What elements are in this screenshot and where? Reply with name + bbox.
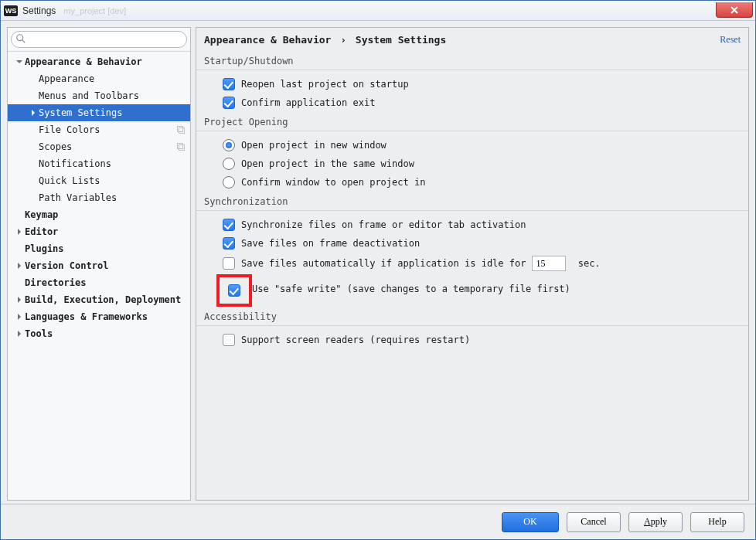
cancel-button[interactable]: Cancel [567, 512, 621, 532]
checkbox-icon[interactable] [223, 334, 235, 346]
checkbox-icon[interactable] [228, 284, 240, 297]
settings-search [11, 31, 187, 48]
confirm-window-row[interactable]: Confirm window to open project in [196, 173, 748, 192]
section-title-opening: Project Opening [196, 112, 748, 129]
tree-node-label: Version Control [25, 260, 108, 271]
tree-node-label: Build, Execution, Deployment [25, 294, 181, 305]
screen-readers-row[interactable]: Support screen readers (requires restart… [196, 331, 748, 349]
chevron-right-icon [29, 194, 37, 202]
chevron-right-icon [29, 126, 37, 134]
help-button[interactable]: Help [690, 512, 744, 532]
autosave-idle-row[interactable]: Save files automatically if application … [196, 253, 748, 274]
tree-node-label: Plugins [25, 243, 64, 254]
ok-button[interactable]: OK [502, 512, 559, 532]
divider [196, 325, 748, 326]
chevron-right-icon [15, 245, 23, 253]
tree-node[interactable]: System Settings [8, 104, 190, 121]
tree-node[interactable]: Scopes [8, 138, 190, 155]
radio-label: Open project in new window [241, 140, 387, 151]
tree-node[interactable]: Plugins [8, 240, 190, 257]
tree-node-label: Languages & Frameworks [25, 311, 148, 322]
section-title-startup: Startup/Shutdown [196, 51, 748, 68]
tree-node-label: Appearance & Behavior [25, 56, 142, 67]
checkbox-label: Confirm application exit [241, 97, 375, 108]
chevron-right-icon [29, 177, 37, 185]
breadcrumb-part: System Settings [356, 34, 446, 46]
confirm-exit-row[interactable]: Confirm application exit [196, 93, 748, 112]
checkbox-label: Support screen readers (requires restart… [241, 335, 470, 345]
chevron-right-icon [15, 330, 23, 338]
divider [196, 210, 748, 211]
chevron-right-icon [29, 160, 37, 168]
tree-node[interactable]: Version Control [8, 257, 190, 274]
tree-node-label: Editor [25, 226, 58, 237]
dialog-footer: OK Cancel Apply Help [1, 504, 755, 539]
tree-node-label: Scopes [39, 141, 72, 152]
tree-node[interactable]: Path Variables [8, 189, 190, 206]
per-project-icon [176, 142, 186, 151]
window-title: Settings [22, 5, 56, 16]
reset-link[interactable]: Reset [720, 34, 741, 46]
apply-button[interactable]: Apply [628, 512, 683, 532]
divider [196, 70, 748, 70]
breadcrumb-part: Appearance & Behavior [204, 34, 331, 46]
open-same-window-row[interactable]: Open project in the same window [196, 155, 748, 173]
unit-label: sec. [572, 258, 600, 269]
tree-node[interactable]: Notifications [8, 155, 190, 172]
tree-node-label: File Colors [39, 124, 100, 135]
chevron-right-icon [15, 262, 23, 270]
checkbox-icon[interactable] [223, 78, 235, 90]
tree-node[interactable]: Tools [8, 325, 190, 342]
checkbox-icon[interactable] [223, 219, 235, 231]
tree-node[interactable]: Languages & Frameworks [8, 308, 190, 325]
tree-node[interactable]: Keymap [8, 206, 190, 223]
apply-rest: pply [651, 516, 667, 527]
tree-node[interactable]: Directories [8, 274, 190, 291]
tree-node-label: Menus and Toolbars [39, 90, 139, 101]
save-on-deactivation-row[interactable]: Save files on frame deactivation [196, 234, 748, 253]
radio-icon[interactable] [223, 158, 235, 170]
open-new-window-row[interactable]: Open project in new window [196, 136, 748, 155]
tree-node-label: Keymap [25, 209, 58, 220]
radio-label: Confirm window to open project in [241, 177, 425, 188]
sync-on-frame-row[interactable]: Synchronize files on frame or editor tab… [196, 216, 748, 234]
safe-write-row[interactable]: Use "safe write" (save changes to a temp… [196, 274, 748, 307]
chevron-right-icon [15, 211, 23, 219]
chevron-right-icon [15, 279, 23, 287]
tree-node-label: Tools [25, 328, 53, 339]
chevron-right-icon [15, 313, 23, 321]
chevron-right-icon [29, 109, 37, 117]
checkbox-icon[interactable] [223, 97, 235, 109]
tree-node[interactable]: Appearance [8, 70, 190, 87]
section-title-a11y: Accessibility [196, 307, 748, 324]
tree-node[interactable]: Appearance & Behavior [8, 53, 190, 70]
svg-rect-5 [179, 145, 185, 151]
chevron-right-icon [29, 143, 37, 151]
autosave-seconds-input[interactable] [532, 256, 566, 271]
tree-node[interactable]: Quick Lists [8, 172, 190, 189]
tree-node-label: Path Variables [39, 192, 117, 203]
radio-icon[interactable] [223, 176, 235, 188]
chevron-right-icon [15, 296, 23, 304]
svg-line-1 [22, 40, 25, 42]
tree-node-label: System Settings [39, 107, 122, 118]
tree-node[interactable]: Menus and Toolbars [8, 87, 190, 104]
window-close-button[interactable] [716, 2, 753, 18]
chevron-right-icon [15, 228, 23, 236]
tree-node[interactable]: File Colors [8, 121, 190, 138]
tree-node[interactable]: Editor [8, 223, 190, 240]
checkbox-icon[interactable] [223, 237, 235, 250]
chevron-right-icon [29, 75, 37, 83]
settings-tree[interactable]: Appearance & BehaviorAppearanceMenus and… [8, 52, 190, 500]
checkbox-label: Save files automatically if application … [241, 258, 526, 269]
section-title-sync: Synchronization [196, 192, 748, 209]
highlight-marker [216, 274, 252, 307]
titlebar: WS Settings my_project [dev] [1, 1, 755, 21]
radio-icon[interactable] [223, 139, 235, 151]
tree-node-label: Appearance [39, 73, 94, 84]
checkbox-icon[interactable] [223, 257, 235, 270]
app-logo-icon: WS [4, 5, 18, 16]
tree-node[interactable]: Build, Execution, Deployment [8, 291, 190, 308]
settings-search-input[interactable] [11, 31, 187, 48]
reopen-last-project-row[interactable]: Reopen last project on startup [196, 75, 748, 93]
